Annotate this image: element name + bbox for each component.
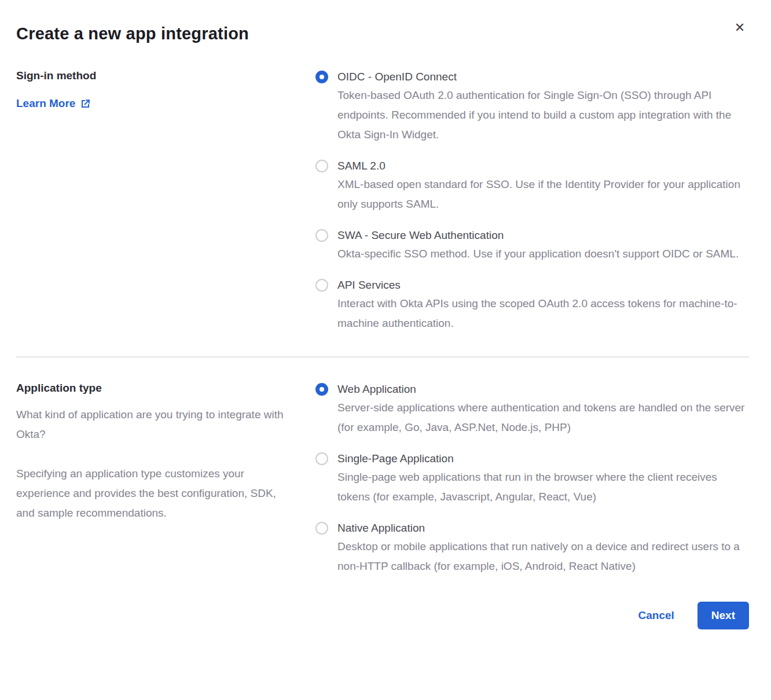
radio-option-single-page-application[interactable]: Single-Page Application Single-page web … bbox=[315, 450, 750, 507]
application-type-question: What kind of application are you trying … bbox=[16, 405, 292, 444]
external-link-icon bbox=[80, 98, 91, 109]
radio-option-saml[interactable]: SAML 2.0 XML-based open standard for SSO… bbox=[315, 157, 750, 214]
option-description: Single-page web applications that run in… bbox=[337, 467, 750, 507]
radio-unselected-icon[interactable] bbox=[315, 522, 328, 535]
application-type-label: Application type bbox=[16, 381, 292, 396]
option-description: Okta-specific SSO method. Use if your ap… bbox=[337, 244, 739, 264]
learn-more-label: Learn More bbox=[16, 97, 75, 110]
option-label: API Services bbox=[337, 277, 750, 294]
signin-method-label: Sign-in method bbox=[16, 68, 292, 83]
radio-unselected-icon[interactable] bbox=[315, 160, 328, 172]
option-description: XML-based open standard for SSO. Use if … bbox=[337, 175, 750, 214]
option-label: Native Application bbox=[337, 520, 750, 537]
next-button[interactable]: Next bbox=[697, 602, 749, 629]
radio-unselected-icon[interactable] bbox=[315, 279, 328, 292]
radio-option-oidc[interactable]: OIDC - OpenID Connect Token-based OAuth … bbox=[315, 68, 750, 145]
application-type-note: Specifying an application type customize… bbox=[16, 464, 292, 523]
option-label: Single-Page Application bbox=[337, 450, 750, 467]
radio-selected-icon[interactable] bbox=[315, 71, 328, 83]
signin-method-section: Sign-in method Learn More OIDC - OpenID … bbox=[16, 68, 750, 333]
option-description: Server-side applications where authentic… bbox=[337, 398, 750, 437]
option-label: Web Application bbox=[337, 381, 750, 398]
application-type-section: Application type What kind of applicatio… bbox=[16, 381, 750, 576]
signin-method-radio-group: OIDC - OpenID Connect Token-based OAuth … bbox=[315, 68, 750, 333]
cancel-button[interactable]: Cancel bbox=[638, 609, 674, 622]
radio-option-web-application[interactable]: Web Application Server-side applications… bbox=[315, 381, 750, 437]
radio-option-native-application[interactable]: Native Application Desktop or mobile app… bbox=[315, 520, 750, 576]
option-description: Desktop or mobile applications that run … bbox=[337, 537, 750, 576]
radio-unselected-icon[interactable] bbox=[315, 452, 328, 465]
radio-option-api-services[interactable]: API Services Interact with Okta APIs usi… bbox=[315, 277, 750, 333]
page-title: Create a new app integration bbox=[16, 23, 750, 44]
option-description: Interact with Okta APIs using the scoped… bbox=[337, 294, 750, 333]
application-type-radio-group: Web Application Server-side applications… bbox=[315, 381, 750, 576]
learn-more-link[interactable]: Learn More bbox=[16, 97, 91, 110]
dialog-footer: Cancel Next bbox=[16, 602, 750, 629]
radio-selected-icon[interactable] bbox=[315, 383, 328, 396]
option-label: OIDC - OpenID Connect bbox=[337, 68, 750, 86]
option-description: Token-based OAuth 2.0 authentication for… bbox=[337, 86, 750, 145]
radio-unselected-icon[interactable] bbox=[315, 229, 328, 242]
section-divider bbox=[16, 356, 749, 358]
option-label: SAML 2.0 bbox=[337, 157, 750, 175]
option-label: SWA - Secure Web Authentication bbox=[337, 227, 739, 244]
create-app-integration-dialog: ✕ Create a new app integration Sign-in m… bbox=[0, 0, 771, 700]
radio-option-swa[interactable]: SWA - Secure Web Authentication Okta-spe… bbox=[315, 227, 750, 264]
close-icon[interactable]: ✕ bbox=[732, 20, 748, 36]
